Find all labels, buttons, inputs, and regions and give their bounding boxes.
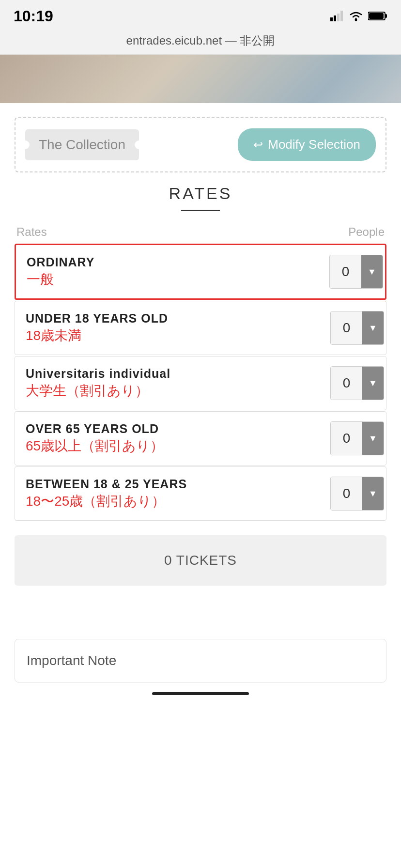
people-arrow-over65[interactable]: ▼: [362, 422, 384, 455]
rate-name-ja-ordinary: 一般: [27, 270, 329, 289]
rate-info-university: Universitaris individual 大学生（割引あり）: [26, 367, 330, 400]
rate-row-ordinary: ORDINARY 一般 0 ▼: [15, 244, 386, 300]
status-icons: [330, 11, 387, 21]
col-header-rates: Rates: [16, 225, 47, 239]
people-select-under18[interactable]: 0 ▼: [330, 311, 384, 345]
rate-info-between18-25: BETWEEN 18 & 25 YEARS 18〜25歳（割引あり）: [26, 477, 330, 511]
tickets-summary-label: 0 TICKETS: [164, 553, 237, 568]
col-header-people: People: [348, 225, 385, 239]
hero-image: [0, 55, 401, 103]
main-content: The Collection ↩ Modify Selection RATES …: [0, 117, 401, 586]
rate-info-ordinary: ORDINARY 一般: [27, 255, 329, 289]
svg-rect-1: [334, 16, 336, 21]
people-select-university[interactable]: 0 ▼: [330, 366, 384, 400]
rate-name-en-under18: UNDER 18 YEARS OLD: [26, 311, 330, 326]
url-text: entrades.eicub.net — 非公開: [126, 34, 275, 47]
people-select-over65[interactable]: 0 ▼: [330, 421, 384, 455]
wifi-icon: [349, 11, 363, 21]
people-select-between18-25[interactable]: 0 ▼: [330, 477, 384, 511]
rate-row-between18-25: BETWEEN 18 & 25 YEARS 18〜25歳（割引あり） 0 ▼: [15, 466, 386, 521]
column-headers: Rates People: [15, 225, 386, 239]
rates-title: RATES: [15, 184, 386, 203]
people-arrow-university[interactable]: ▼: [362, 367, 384, 400]
modify-selection-button[interactable]: ↩ Modify Selection: [238, 128, 376, 161]
important-note-section: Important Note: [15, 639, 386, 682]
svg-rect-0: [330, 17, 333, 21]
modify-arrow-icon: ↩: [253, 138, 263, 152]
people-value-university: 0: [331, 367, 362, 400]
rate-row-university: Universitaris individual 大学生（割引あり） 0 ▼: [15, 356, 386, 410]
people-value-over65: 0: [331, 422, 362, 455]
rate-row-under18: UNDER 18 YEARS OLD 18歳未満 0 ▼: [15, 301, 386, 355]
svg-point-4: [355, 19, 357, 21]
people-value-between18-25: 0: [331, 477, 362, 510]
people-value-under18: 0: [331, 311, 362, 344]
rate-name-en-ordinary: ORDINARY: [27, 255, 329, 269]
status-time: 10:19: [14, 7, 53, 25]
rate-name-en-over65: OVER 65 YEARS OLD: [26, 422, 330, 436]
spacer: [0, 600, 401, 639]
modify-btn-label: Modify Selection: [268, 137, 360, 152]
svg-rect-6: [385, 14, 387, 18]
rates-section-header: RATES: [15, 184, 386, 211]
rate-name-ja-university: 大学生（割引あり）: [26, 382, 330, 400]
status-bar: 10:19: [0, 0, 401, 29]
people-select-ordinary[interactable]: 0 ▼: [329, 255, 383, 289]
selection-box: The Collection ↩ Modify Selection: [15, 117, 386, 172]
browser-bar: entrades.eicub.net — 非公開: [0, 29, 401, 55]
ticket-badge-label: The Collection: [39, 137, 125, 153]
rates-underline: [181, 210, 220, 211]
rate-name-ja-under18: 18歳未満: [26, 326, 330, 345]
rate-name-en-university: Universitaris individual: [26, 367, 330, 381]
rate-name-ja-between18-25: 18〜25歳（割引あり）: [26, 492, 330, 511]
home-indicator: [152, 692, 249, 695]
ticket-badge: The Collection: [25, 129, 139, 160]
important-note-title: Important Note: [27, 653, 374, 668]
important-note-area: Important Note: [0, 639, 401, 682]
people-arrow-between18-25[interactable]: ▼: [362, 477, 384, 510]
rate-rows-container: ORDINARY 一般 0 ▼ UNDER 18 YEARS OLD 18歳未満…: [15, 244, 386, 521]
people-arrow-under18[interactable]: ▼: [362, 311, 384, 344]
rate-row-over65: OVER 65 YEARS OLD 65歳以上（割引あり） 0 ▼: [15, 411, 386, 465]
svg-rect-7: [369, 13, 384, 19]
people-arrow-ordinary[interactable]: ▼: [361, 255, 383, 288]
tickets-summary: 0 TICKETS: [15, 535, 386, 586]
people-value-ordinary: 0: [330, 255, 361, 288]
rate-info-under18: UNDER 18 YEARS OLD 18歳未満: [26, 311, 330, 345]
rate-info-over65: OVER 65 YEARS OLD 65歳以上（割引あり）: [26, 422, 330, 455]
rate-name-ja-over65: 65歳以上（割引あり）: [26, 437, 330, 455]
svg-rect-3: [340, 11, 343, 21]
rate-name-en-between18-25: BETWEEN 18 & 25 YEARS: [26, 477, 330, 491]
battery-icon: [368, 11, 387, 21]
svg-rect-2: [337, 14, 339, 21]
signal-icon: [330, 11, 344, 21]
